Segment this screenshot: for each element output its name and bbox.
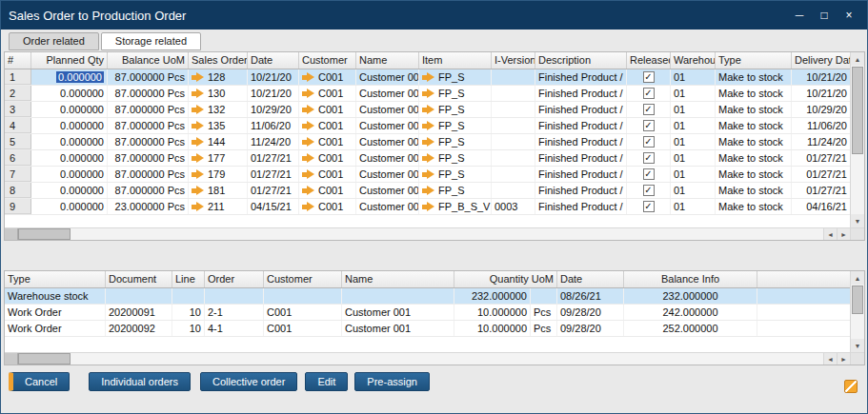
minimize-icon[interactable]: ─ [789, 9, 810, 22]
date-cell[interactable]: 04/15/21 [248, 199, 299, 214]
i-version-cell[interactable] [492, 118, 535, 133]
sales-order-row[interactable]: 8 0.000000 87.000000 Pcs 181 01/27/21 C0… [5, 183, 850, 199]
sales-order-cell[interactable]: 130 [189, 86, 248, 101]
column-header-delivery-date[interactable]: Delivery Dat [792, 52, 850, 69]
date-cell[interactable]: 10/29/20 [248, 102, 299, 117]
balance-uom-cell[interactable]: 87.000000 Pcs [108, 102, 189, 117]
delivery-date-cell[interactable]: 01/27/21 [792, 183, 850, 198]
i-version-cell[interactable] [492, 134, 535, 149]
column-header-sales-order[interactable]: Sales Order [189, 52, 248, 69]
type-cell[interactable]: Make to stock [716, 118, 792, 133]
link-arrow-icon[interactable] [302, 187, 314, 195]
link-arrow-icon[interactable] [422, 138, 434, 147]
planned-qty-cell[interactable]: 0.000000 [31, 167, 108, 182]
date-cell[interactable]: 08/26/21 [557, 288, 624, 304]
released-checkbox[interactable]: ✓ [643, 185, 655, 196]
scroll-right-icon[interactable]: ► [837, 353, 850, 365]
customer-cell[interactable]: C001 [299, 134, 356, 149]
uom-cell[interactable]: Pcs [531, 305, 557, 320]
sales-order-cell[interactable]: 135 [189, 118, 248, 133]
warehouse-cell[interactable]: 01 [671, 150, 716, 166]
delivery-date-cell[interactable]: 10/21/20 [792, 86, 850, 101]
item-cell[interactable]: FP_S [419, 69, 492, 85]
type-cell[interactable]: Make to stock [716, 167, 792, 182]
sales-order-row[interactable]: 6 0.000000 87.000000 Pcs 177 01/27/21 C0… [5, 150, 850, 167]
released-checkbox[interactable]: ✓ [643, 168, 655, 180]
planned-qty-cell[interactable]: 0.000000 [31, 183, 108, 198]
column-header-warehouse[interactable]: Warehous [671, 52, 716, 69]
link-arrow-icon[interactable] [192, 138, 204, 147]
column-header-date[interactable]: Date [248, 52, 299, 69]
date-cell[interactable]: 10/21/20 [248, 69, 299, 85]
balance-info-cell[interactable]: 252.000000 [624, 321, 757, 336]
link-arrow-icon[interactable] [192, 106, 204, 114]
balance-info-cell[interactable]: 242.000000 [624, 305, 757, 320]
type-cell[interactable]: Make to stock [716, 183, 792, 198]
horizontal-scrollbar[interactable]: ◄ ► [5, 227, 850, 240]
warehouse-cell[interactable]: 01 [671, 118, 716, 133]
date-cell[interactable]: 10/21/20 [248, 86, 299, 101]
document-cell[interactable]: 20200091 [106, 305, 172, 320]
planned-qty-cell[interactable]: 0.000000 [31, 134, 108, 149]
row-number-cell[interactable]: 3 [5, 102, 31, 117]
balance-uom-cell[interactable]: 87.000000 Pcs [108, 69, 189, 85]
tab-order-related[interactable]: Order related [9, 32, 99, 50]
order-cell[interactable]: 2-1 [205, 305, 264, 320]
warehouse-cell[interactable]: 01 [671, 69, 716, 85]
column-header-document[interactable]: Document [106, 271, 172, 287]
document-cell[interactable]: 20200092 [106, 321, 172, 336]
sales-order-row[interactable]: 3 0.000000 87.000000 Pcs 132 10/29/20 C0… [5, 102, 850, 118]
scroll-left-icon[interactable]: ◄ [823, 353, 837, 365]
planned-qty-cell[interactable]: 0.000000 [31, 199, 108, 214]
warehouse-cell[interactable]: 01 [671, 86, 716, 101]
customer-cell[interactable]: C001 [299, 167, 356, 182]
delivery-date-cell[interactable]: 04/16/21 [792, 199, 850, 214]
type-cell[interactable]: Make to stock [716, 134, 792, 149]
customer-cell[interactable]: C001 [299, 69, 356, 85]
warehouse-cell[interactable]: 01 [671, 102, 716, 117]
date-cell[interactable]: 11/06/20 [248, 118, 299, 133]
scrollbar-thumb[interactable] [18, 228, 71, 240]
document-cell[interactable] [106, 288, 172, 304]
i-version-cell[interactable] [492, 183, 535, 198]
maximize-icon[interactable]: □ [814, 9, 835, 22]
line-cell[interactable]: 10 [172, 305, 205, 320]
column-header-quantity-uom[interactable]: Quantity UoM [454, 271, 557, 287]
balance-uom-cell[interactable]: 87.000000 Pcs [108, 134, 189, 149]
column-header-released[interactable]: Released [627, 52, 671, 69]
order-cell[interactable] [205, 288, 264, 304]
vertical-scrollbar[interactable]: ▲ ▼ [850, 52, 864, 227]
row-number-cell[interactable]: 1 [5, 69, 31, 85]
item-cell[interactable]: FP_S [419, 86, 492, 101]
customer-cell[interactable]: C001 [299, 118, 356, 133]
item-cell[interactable]: FP_S [419, 150, 492, 166]
item-cell[interactable]: FP_S [419, 102, 492, 117]
allocation-row[interactable]: Work Order 20200091 10 2-1 C001 Customer… [5, 305, 850, 321]
type-cell[interactable]: Work Order [5, 321, 106, 336]
released-checkbox[interactable]: ✓ [643, 88, 655, 99]
item-cell[interactable]: FP_S [419, 134, 492, 149]
scroll-up-icon[interactable]: ▲ [851, 52, 864, 66]
i-version-cell[interactable] [492, 69, 535, 85]
scrollbar-thumb[interactable] [18, 353, 71, 365]
cancel-button[interactable]: Cancel [9, 372, 70, 391]
item-cell[interactable]: FP_S [419, 167, 492, 182]
i-version-cell[interactable] [492, 86, 535, 101]
scrollbar-splitter[interactable] [5, 228, 18, 240]
pre-assign-button[interactable]: Pre-assign [354, 372, 430, 391]
allocation-row[interactable]: Work Order 20200092 10 4-1 C001 Customer… [5, 321, 850, 337]
date-cell[interactable]: 01/27/21 [248, 167, 299, 182]
column-header-planned-qty[interactable]: Planned Qty [31, 52, 108, 69]
edit-button[interactable]: Edit [305, 372, 348, 391]
name-cell[interactable]: Customer 00 [356, 69, 419, 85]
customer-cell[interactable]: C001 [299, 199, 356, 214]
link-arrow-icon[interactable] [302, 106, 314, 114]
date-cell[interactable]: 09/28/20 [557, 321, 624, 336]
released-cell[interactable]: ✓ [627, 199, 671, 214]
sales-order-cell[interactable]: 211 [189, 199, 248, 214]
link-arrow-icon[interactable] [422, 203, 434, 211]
sales-order-row[interactable]: 1 0.000000 87.000000 Pcs 128 10/21/20 C0… [5, 69, 850, 86]
customer-cell[interactable]: C001 [299, 183, 356, 198]
delivery-date-cell[interactable]: 01/27/21 [792, 167, 850, 182]
scroll-left-icon[interactable]: ◄ [823, 228, 837, 240]
